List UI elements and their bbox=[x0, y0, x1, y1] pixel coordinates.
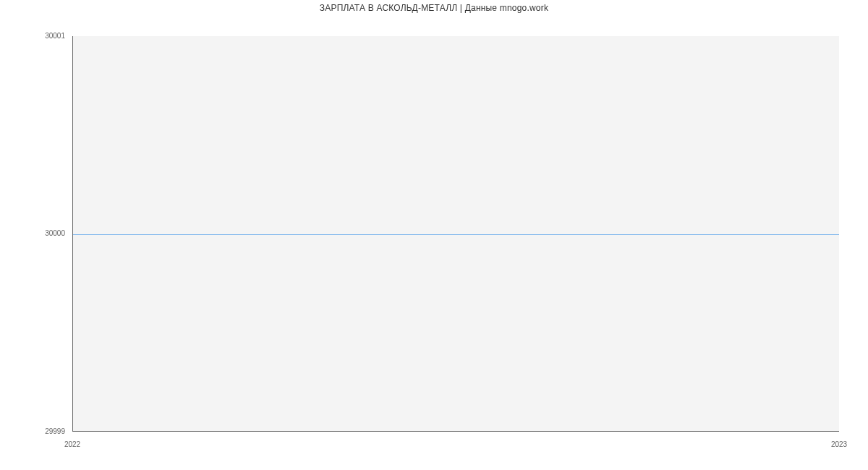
plot-area bbox=[72, 36, 839, 432]
y-tick-label: 30000 bbox=[0, 230, 65, 237]
salary-chart: ЗАРПЛАТА В АСКОЛЬД-МЕТАЛЛ | Данные mnogo… bbox=[0, 0, 868, 470]
y-tick-label: 29999 bbox=[0, 428, 65, 435]
series-line-salary bbox=[73, 234, 839, 235]
chart-title: ЗАРПЛАТА В АСКОЛЬД-МЕТАЛЛ | Данные mnogo… bbox=[0, 3, 868, 13]
y-tick-label: 30001 bbox=[0, 33, 65, 40]
x-tick-label: 2023 bbox=[831, 441, 847, 448]
x-tick-label: 2022 bbox=[64, 441, 80, 448]
